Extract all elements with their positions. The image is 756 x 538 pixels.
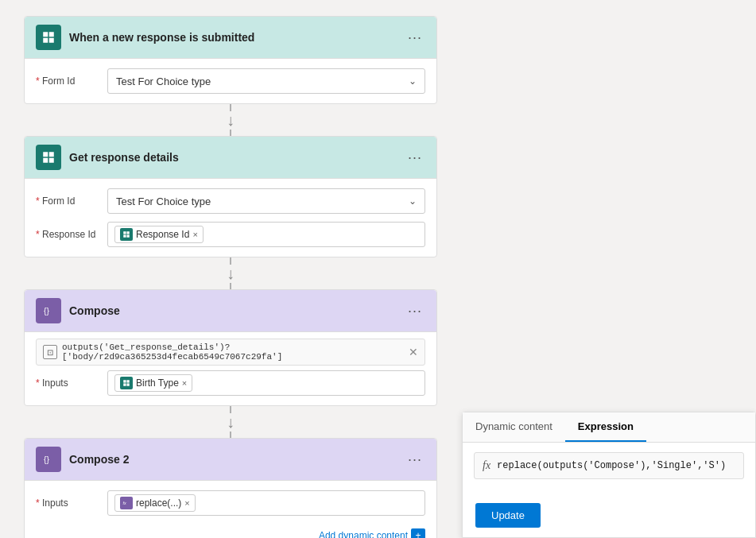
trigger-card-title: When a new response is submitted: [69, 31, 405, 44]
svg-rect-9: [126, 231, 129, 234]
compose2-card: {} Compose 2 ··· Inputs fx replace(...) …: [24, 438, 437, 538]
response-id-tag: Response Id ×: [114, 226, 204, 243]
panel-footer: Update: [463, 489, 755, 537]
get-response-card: Get response details ··· Form Id Test Fo…: [24, 136, 437, 257]
response-id-label: Response Id: [36, 229, 107, 240]
form-id-value: Test For Choice type: [116, 75, 211, 87]
tab-dynamic-content[interactable]: Dynamic content: [463, 412, 565, 442]
trigger-card-header: When a new response is submitted ···: [25, 17, 436, 58]
response-id-tag-close[interactable]: ×: [192, 230, 197, 239]
get-response-icon: [36, 145, 61, 170]
svg-rect-7: [49, 158, 54, 163]
get-response-more-button[interactable]: ···: [405, 147, 425, 168]
add-dynamic-plus-icon: +: [411, 528, 425, 538]
trigger-icon: [36, 25, 61, 50]
birth-type-tag-icon: [120, 377, 133, 389]
gr-dropdown-arrow-icon: ⌄: [409, 195, 417, 207]
connector-arrow-3: ↓: [225, 413, 236, 432]
replace-tag-close[interactable]: ×: [184, 498, 189, 508]
response-id-tag-icon: [120, 228, 133, 241]
expression-code: replace(outputs('Compose'),'Single','S'): [497, 460, 726, 471]
gr-form-id-label: Form Id: [36, 195, 107, 207]
update-button[interactable]: Update: [475, 503, 541, 528]
compose2-more-button[interactable]: ···: [405, 449, 425, 470]
connector-3: ↓: [24, 406, 437, 438]
svg-rect-13: [123, 380, 126, 382]
svg-rect-15: [123, 383, 126, 385]
tab-expression[interactable]: Expression: [565, 412, 646, 442]
trigger-card-body: Form Id Test For Choice type ⌄: [25, 58, 436, 103]
get-response-card-title: Get response details: [69, 151, 405, 164]
svg-rect-4: [43, 152, 48, 157]
svg-rect-14: [126, 380, 129, 382]
svg-rect-11: [126, 234, 129, 237]
compose1-expr-text: outputs('Get_response_details')?['body/r…: [62, 343, 409, 362]
response-id-tag-label: Response Id: [136, 229, 189, 240]
compose1-card-header: {} Compose ···: [25, 290, 436, 331]
get-response-card-body: Form Id Test For Choice type ⌄ Response …: [25, 178, 436, 257]
gr-form-id-row: Form Id Test For Choice type ⌄: [36, 188, 425, 214]
form-id-row: Form Id Test For Choice type ⌄: [36, 68, 425, 94]
replace-tag: fx replace(...) ×: [114, 494, 196, 512]
form-id-label: Form Id: [36, 75, 107, 87]
svg-text:{}: {}: [44, 455, 50, 464]
svg-rect-2: [43, 38, 48, 43]
compose1-inputs-label: Inputs: [36, 377, 107, 389]
expression-input-row[interactable]: fx replace(outputs('Compose'),'Single','…: [474, 452, 744, 479]
svg-rect-1: [49, 32, 54, 37]
trigger-card: When a new response is submitted ··· For…: [24, 16, 437, 104]
panel-tabs: Dynamic content Expression: [463, 412, 755, 443]
expr-bar-icon: ⊡: [43, 345, 57, 359]
svg-rect-3: [49, 38, 54, 43]
compose1-inputs-input[interactable]: Birth Type ×: [107, 370, 425, 396]
compose1-expression-bar: ⊡ outputs('Get_response_details')?['body…: [36, 339, 425, 366]
compose1-inputs-row: Inputs Birth Type ×: [36, 370, 425, 396]
replace-tag-icon: fx: [120, 497, 133, 509]
svg-text:{}: {}: [44, 306, 50, 315]
compose2-card-body: Inputs fx replace(...) × Add dynamic con…: [25, 480, 436, 538]
svg-rect-6: [43, 158, 48, 163]
compose2-icon: {}: [36, 447, 61, 472]
dropdown-arrow-icon: ⌄: [409, 75, 417, 87]
svg-rect-10: [123, 234, 126, 237]
svg-rect-16: [126, 383, 129, 385]
gr-form-id-value: Test For Choice type: [116, 195, 211, 207]
panel-body: fx replace(outputs('Compose'),'Single','…: [463, 443, 755, 489]
add-dynamic-content[interactable]: Add dynamic content +: [36, 524, 425, 538]
add-dynamic-label: Add dynamic content: [319, 530, 408, 538]
svg-rect-8: [123, 231, 126, 234]
get-response-card-header: Get response details ···: [25, 137, 436, 178]
compose1-icon: {}: [36, 298, 61, 323]
birth-type-tag-close[interactable]: ×: [182, 378, 187, 388]
birth-type-tag-label: Birth Type: [136, 377, 179, 389]
compose2-inputs-label: Inputs: [36, 497, 107, 509]
compose2-card-title: Compose 2: [69, 453, 405, 466]
connector-2: ↓: [24, 257, 437, 289]
compose1-expr-bar-wrapper: ⊡ outputs('Get_response_details')?['body…: [36, 332, 425, 370]
compose1-card-title: Compose: [69, 304, 405, 317]
replace-tag-label: replace(...): [136, 497, 181, 509]
main-canvas: When a new response is submitted ··· For…: [0, 0, 461, 538]
response-id-row: Response Id Response Id ×: [36, 222, 425, 247]
compose2-inputs-input[interactable]: fx replace(...) ×: [107, 490, 425, 516]
compose1-more-button[interactable]: ···: [405, 300, 425, 321]
connector-arrow-1: ↓: [225, 111, 236, 130]
compose2-card-header: {} Compose 2 ···: [25, 439, 436, 480]
form-id-dropdown[interactable]: Test For Choice type ⌄: [107, 68, 425, 94]
svg-text:fx: fx: [123, 501, 127, 505]
compose1-card: {} Compose ··· ⊡ outputs('Get_response_d…: [24, 289, 437, 406]
fx-label-icon: fx: [483, 459, 490, 472]
connector-1: ↓: [24, 104, 437, 136]
connector-arrow-2: ↓: [225, 265, 236, 283]
right-panel: Dynamic content Expression fx replace(ou…: [462, 412, 756, 538]
compose1-expr-close[interactable]: ✕: [409, 346, 418, 358]
svg-rect-0: [43, 32, 48, 37]
compose2-inputs-row: Inputs fx replace(...) ×: [36, 490, 425, 516]
response-id-input[interactable]: Response Id ×: [107, 222, 425, 247]
svg-rect-5: [49, 152, 54, 157]
gr-form-id-dropdown[interactable]: Test For Choice type ⌄: [107, 188, 425, 214]
compose1-card-body: ⊡ outputs('Get_response_details')?['body…: [25, 331, 436, 405]
birth-type-tag: Birth Type ×: [114, 374, 192, 392]
trigger-more-button[interactable]: ···: [405, 27, 425, 48]
